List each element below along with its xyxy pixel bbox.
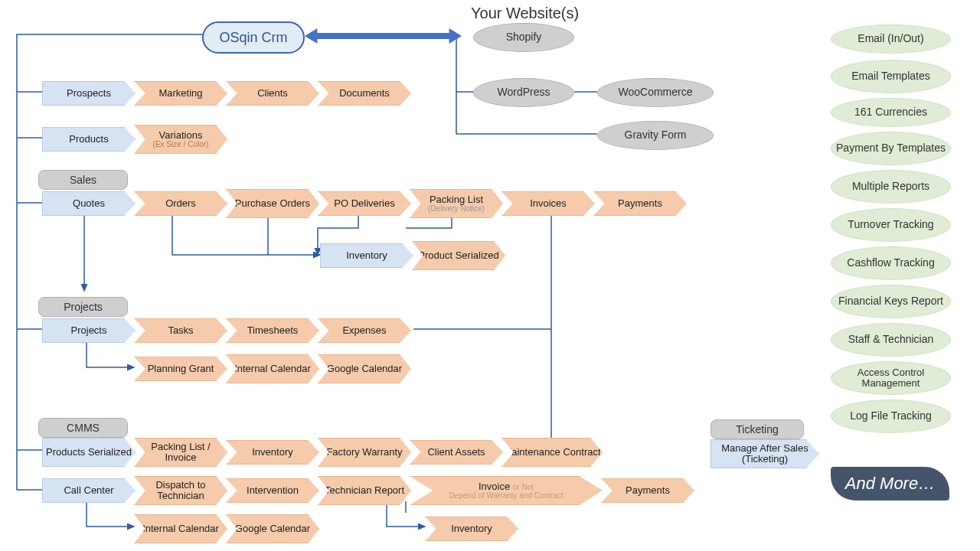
feat-logfile: Log File Tracking (831, 399, 951, 433)
feat-cashflow: Cashflow Tracking (831, 246, 951, 280)
step-prod-ser: Products Serialized (42, 438, 136, 467)
double-arrow-icon (305, 28, 462, 44)
feat-currencies: 161 Currencies (831, 98, 951, 127)
step-po-deliv: PO Deliveries (318, 191, 411, 216)
step-google-cal: Google Calendar (318, 354, 411, 383)
step-internal-cal: Internal Calendar (226, 354, 319, 383)
step-po: Purchase Orders (226, 189, 319, 218)
packing-label: Packing List (430, 194, 483, 205)
feat-pay-tpl: Payment By Templates (831, 132, 951, 165)
websites-title: Your Website(s) (471, 5, 579, 22)
step-inventory-c: Inventory (226, 440, 319, 465)
step-packing-inv: Packing List / Invoice (134, 438, 227, 467)
feat-fin-keys: Financial Keys Report (831, 285, 951, 318)
step-inventory2: Inventory (425, 517, 518, 541)
website-shopify: Shopify (473, 23, 574, 52)
step-intervention: Intervention (226, 478, 319, 503)
feat-turnover: Turnover Tracking (831, 208, 951, 242)
section-cmms: CMMS (38, 418, 128, 438)
website-gravity: Gravity Form (597, 121, 714, 150)
step-google-cal-c: Google Calendar (226, 514, 319, 543)
variations-label: Variations (159, 130, 203, 141)
step-timesheets: Timesheets (226, 318, 319, 343)
feat-access: Access Control Management (831, 361, 951, 395)
section-ticketing: Ticketing (710, 419, 804, 439)
step-client-assets: Client Assets (410, 440, 503, 465)
invoice-label: Invoice (479, 481, 510, 492)
and-more-button[interactable]: And More… (831, 467, 949, 500)
crm-bubble: OSqin Crm (202, 21, 305, 54)
step-tasks: Tasks (134, 318, 227, 343)
feat-email-io: Email (In/Out) (831, 24, 951, 54)
step-variations: Variations (Ex Size / Color) (134, 125, 227, 154)
diagram-stage: OSqin Crm Your Website(s) Shopify WordPr… (0, 0, 980, 551)
step-payments-c: Payments (601, 478, 694, 503)
step-inventory: Inventory (320, 243, 413, 268)
feat-staff: Staff & Technician (831, 323, 951, 357)
invoice-sub2: Depend of Warranty and Contract (449, 492, 563, 500)
step-marketing: Marketing (134, 81, 227, 106)
step-ticketing: Manage After Sales (Ticketing) (710, 439, 819, 468)
step-quotes: Quotes (42, 191, 136, 216)
section-sales: Sales (38, 170, 128, 190)
step-orders: Orders (134, 191, 227, 216)
step-maint: Maintenance Contract (501, 438, 603, 467)
step-dispatch: Dispatch to Technician (134, 476, 227, 505)
step-payments: Payments (593, 191, 687, 216)
section-projects: Projects (38, 297, 128, 317)
step-expenses: Expenses (318, 318, 411, 343)
step-internal-cal-c: Internal Calendar (134, 514, 227, 543)
invoice-sub1: or Not (513, 483, 534, 491)
step-invoices: Invoices (501, 191, 595, 216)
step-documents: Documents (318, 81, 411, 106)
step-products: Products (42, 127, 136, 152)
step-packing: Packing List (Delivery Notice) (410, 189, 503, 218)
feat-email-tpl: Email Templates (831, 60, 951, 93)
website-woocommerce: WooCommerce (597, 78, 714, 107)
step-serialized: Product Serialized (412, 241, 505, 270)
step-invoice-c: Invoice or Not Depend of Warranty and Co… (410, 476, 603, 505)
step-tech-report: Technician Report (318, 476, 411, 505)
step-clients: Clients (226, 81, 319, 106)
variations-sub: (Ex Size / Color) (153, 141, 209, 149)
step-call-center: Call Center (42, 478, 136, 503)
website-wordpress: WordPress (473, 78, 574, 107)
step-projects: Projects (42, 318, 136, 343)
step-factory: Factory Warranty (318, 438, 411, 467)
packing-sub: (Delivery Notice) (428, 205, 485, 214)
feat-reports: Multiple Reports (831, 170, 951, 204)
step-planning: Planning Grant (134, 357, 227, 381)
step-prospects: Prospects (42, 81, 136, 106)
